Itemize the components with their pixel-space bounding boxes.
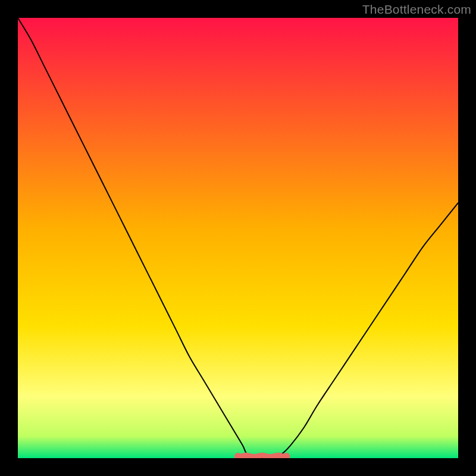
bottleneck-chart — [18, 18, 458, 458]
chart-frame: TheBottleneck.com — [0, 0, 476, 476]
optimal-region-highlight — [238, 455, 286, 457]
gradient-background — [18, 18, 458, 458]
watermark-text: TheBottleneck.com — [362, 2, 471, 17]
